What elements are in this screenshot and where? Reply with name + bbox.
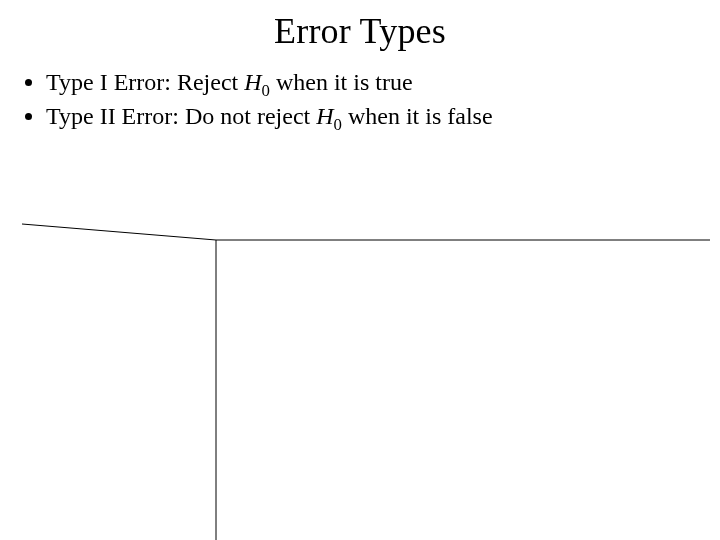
slide: Error Types Type I Error: Reject H0 when… (0, 10, 720, 540)
bullet-text-prefix: Type I Error: Reject (46, 69, 244, 95)
bullet-symbol: H (316, 103, 333, 129)
bullet-subscript: 0 (334, 115, 342, 134)
bullet-symbol: H (244, 69, 261, 95)
list-item: Type I Error: Reject H0 when it is true (46, 66, 690, 98)
svg-line-0 (22, 224, 216, 240)
page-title: Error Types (0, 10, 720, 52)
table-skeleton-lines (0, 170, 720, 540)
bullet-subscript: 0 (262, 81, 270, 100)
bullet-text-suffix: when it is true (270, 69, 413, 95)
bullet-text-suffix: when it is false (342, 103, 493, 129)
bullet-list: Type I Error: Reject H0 when it is true … (28, 66, 720, 133)
list-item: Type II Error: Do not reject H0 when it … (46, 100, 690, 132)
bullet-text-prefix: Type II Error: Do not reject (46, 103, 316, 129)
